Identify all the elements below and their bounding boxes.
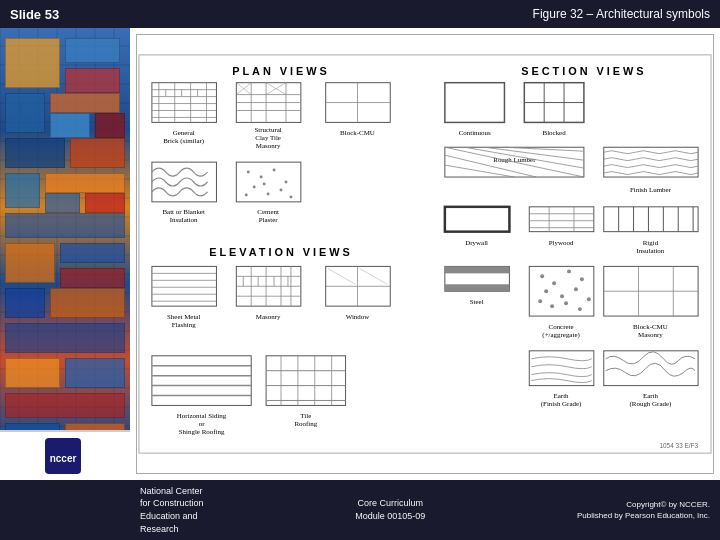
svg-text:Masonry: Masonry <box>638 331 663 339</box>
architectural-symbols-svg: PLAN VIEWS General Brick (similar) <box>137 35 713 473</box>
footer: National Center for Construction Educati… <box>0 480 720 540</box>
svg-point-43 <box>284 181 287 184</box>
mosaic-block <box>45 193 80 213</box>
svg-text:Tile: Tile <box>300 412 311 420</box>
mosaic-block <box>50 288 125 318</box>
svg-text:Sheet Metal: Sheet Metal <box>167 313 200 321</box>
svg-point-46 <box>280 188 283 191</box>
mosaic-block <box>65 358 125 388</box>
svg-rect-91 <box>445 284 510 291</box>
mosaic-block <box>5 138 65 168</box>
svg-text:Rough Lumber: Rough Lumber <box>493 156 536 164</box>
copyright-line1: Copyright© by NCCER. <box>577 499 710 510</box>
svg-text:Insulation: Insulation <box>170 216 198 224</box>
mosaic-block <box>65 68 120 93</box>
svg-text:Earth: Earth <box>554 392 570 400</box>
svg-rect-90 <box>445 266 510 273</box>
svg-point-41 <box>260 176 263 179</box>
main-content: PLAN VIEWS General Brick (similar) <box>130 28 720 480</box>
svg-point-42 <box>273 169 276 172</box>
svg-point-95 <box>552 281 556 285</box>
svg-text:Plaster: Plaster <box>259 216 279 224</box>
svg-text:nccer: nccer <box>50 453 77 464</box>
mosaic-block <box>5 243 55 283</box>
svg-point-103 <box>550 304 554 308</box>
svg-text:Plywood: Plywood <box>549 239 574 247</box>
mosaic-block <box>5 393 125 418</box>
svg-point-98 <box>544 289 548 293</box>
footer-org: National Center for Construction Educati… <box>140 485 204 535</box>
svg-text:ELEVATION VIEWS: ELEVATION VIEWS <box>209 246 353 258</box>
svg-text:Rigid: Rigid <box>643 239 659 247</box>
svg-text:Blocked: Blocked <box>543 129 567 137</box>
svg-text:or: or <box>199 420 205 428</box>
slide-label: Slide 53 <box>10 7 59 22</box>
svg-text:1054 33 E/F3: 1054 33 E/F3 <box>659 442 698 449</box>
svg-point-40 <box>247 171 250 174</box>
org-line1: National Center <box>140 485 204 498</box>
svg-point-49 <box>263 182 266 185</box>
svg-text:Earth: Earth <box>643 392 659 400</box>
svg-text:Block-CMU: Block-CMU <box>340 129 375 137</box>
svg-text:Masonry: Masonry <box>256 313 281 321</box>
svg-text:Concrete: Concrete <box>549 323 574 331</box>
mosaic-block <box>50 93 120 113</box>
nccer-logo: nccer <box>0 430 130 480</box>
svg-text:Flashing: Flashing <box>172 321 196 329</box>
svg-text:Horizontal Siding: Horizontal Siding <box>177 412 227 420</box>
svg-point-101 <box>587 297 591 301</box>
svg-point-44 <box>253 185 256 188</box>
curriculum-line1: Core Curriculum <box>355 497 425 510</box>
mosaic-block <box>5 323 125 353</box>
footer-curriculum: Core Curriculum Module 00105-09 <box>355 497 425 522</box>
svg-point-94 <box>540 274 544 278</box>
svg-text:Insulation: Insulation <box>637 247 665 255</box>
svg-text:Batt or Blanket: Batt or Blanket <box>162 208 204 216</box>
svg-point-45 <box>267 192 270 195</box>
mosaic-block <box>5 173 40 208</box>
svg-text:(+/aggregate): (+/aggregate) <box>542 331 579 339</box>
sidebar: nccer <box>0 28 130 540</box>
figure-title: Figure 32 – Architectural symbols <box>533 7 710 21</box>
footer-copyright: Copyright© by NCCER. Published by Pearso… <box>577 499 710 521</box>
svg-text:Clay Tile: Clay Tile <box>255 134 281 142</box>
mosaic-block <box>60 243 125 263</box>
mosaic-block <box>5 288 45 318</box>
svg-point-47 <box>245 193 248 196</box>
svg-text:Steel: Steel <box>470 298 484 306</box>
mosaic-block <box>70 138 125 168</box>
org-line4: Research <box>140 523 204 536</box>
svg-text:Cement: Cement <box>257 208 279 216</box>
svg-point-48 <box>289 195 292 198</box>
header: Slide 53 Figure 32 – Architectural symbo… <box>0 0 720 28</box>
svg-text:Roofing: Roofing <box>294 420 317 428</box>
svg-text:Brick (similar): Brick (similar) <box>163 137 204 145</box>
svg-point-104 <box>564 301 568 305</box>
org-line2: for Construction <box>140 497 204 510</box>
svg-text:Block-CMU: Block-CMU <box>633 323 668 331</box>
mosaic-block <box>5 93 45 133</box>
svg-text:SECTION VIEWS: SECTION VIEWS <box>521 65 646 77</box>
svg-text:Drywall: Drywall <box>465 239 488 247</box>
svg-point-102 <box>538 299 542 303</box>
plan-views-title: PLAN VIEWS <box>232 65 330 77</box>
nccer-icon: nccer <box>45 438 81 474</box>
svg-text:Shingle Roofing: Shingle Roofing <box>179 428 225 436</box>
svg-point-100 <box>574 287 578 291</box>
copyright-line2: Published by Pearson Education, Inc. <box>577 510 710 521</box>
mosaic-block <box>5 38 60 88</box>
svg-text:(Rough Grade): (Rough Grade) <box>630 400 672 408</box>
mosaic-block <box>65 38 120 63</box>
svg-text:(Finish Grade): (Finish Grade) <box>541 400 582 408</box>
mosaic-block <box>85 193 125 213</box>
svg-point-96 <box>567 269 571 273</box>
curriculum-line2: Module 00105-09 <box>355 510 425 523</box>
mosaic-block <box>50 113 90 138</box>
mosaic-block <box>95 113 125 138</box>
mosaic-block <box>5 358 60 388</box>
svg-point-105 <box>578 307 582 311</box>
mosaic-block <box>60 268 125 288</box>
mosaic-block <box>45 173 125 193</box>
svg-point-97 <box>580 277 584 281</box>
svg-text:General: General <box>173 129 195 137</box>
